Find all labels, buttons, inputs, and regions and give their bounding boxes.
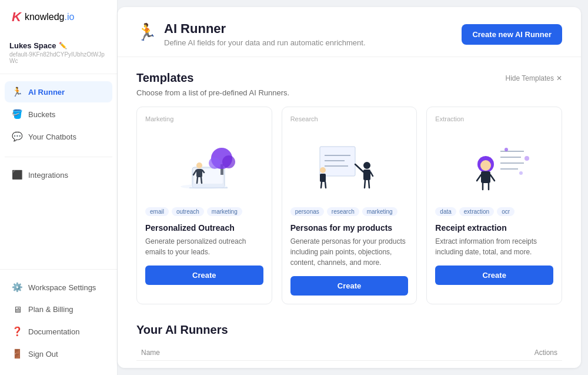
svg-line-24 [365, 180, 365, 188]
documentation-icon: ❓ [12, 326, 22, 337]
card-desc-research: Generate personas for your products incl… [282, 236, 417, 276]
card-tags-marketing: email outreach marketing [137, 203, 272, 221]
runners-title: Your AI Runners [136, 323, 562, 337]
sidebar-item-sign-out[interactable]: 🚪 Sign Out [5, 343, 112, 364]
card-category-marketing: Marketing [137, 107, 272, 126]
templates-header: Templates Hide Templates ✕ [136, 71, 562, 85]
runner-name-cell: 20 prompts rewritten [136, 361, 455, 369]
edit-workspace-icon[interactable]: ✏️ [59, 42, 67, 49]
svg-point-7 [196, 162, 202, 168]
templates-title: Templates [136, 71, 193, 85]
svg-line-23 [370, 172, 373, 176]
logo-k: K [12, 9, 21, 25]
tag-extraction: extraction [459, 207, 494, 216]
hide-templates-button[interactable]: Hide Templates ✕ [506, 74, 563, 82]
sidebar-item-ai-runner-label: AI Runner [28, 88, 65, 97]
sign-out-icon: 🚪 [12, 349, 22, 359]
sidebar-item-chatbots-label: Your Chatbots [28, 132, 76, 141]
template-cards: Marketing [136, 107, 562, 304]
sidebar-bottom: ⚙️ Workspace Settings 🖥 Plan & Billing ❓… [0, 269, 117, 375]
table-header-row: Name Actions [136, 345, 562, 361]
sidebar-item-buckets-label: Buckets [28, 110, 55, 119]
svg-point-20 [363, 162, 370, 169]
runners-section: Your AI Runners Name Actions 20 prompts … [118, 318, 581, 368]
card-tags-extraction: data extraction ocr [427, 203, 562, 221]
svg-line-22 [355, 164, 363, 172]
integrations-icon: ⬛ [12, 170, 22, 180]
logo-text: knowledg.io [25, 12, 75, 22]
card-title-extraction: Receipt extraction [427, 221, 562, 236]
templates-section: Templates Hide Templates ✕ Choose from a… [118, 57, 581, 318]
sign-out-label: Sign Out [28, 350, 58, 359]
plan-billing-icon: 🖥 [12, 304, 22, 314]
svg-line-27 [325, 182, 326, 188]
svg-point-18 [320, 167, 326, 173]
template-card-marketing: Marketing [136, 107, 272, 304]
tag-outreach: outreach [172, 207, 204, 216]
svg-line-26 [321, 182, 322, 188]
card-desc-extraction: Extract information from receipts includ… [427, 236, 562, 266]
card-category-extraction: Extraction [427, 107, 562, 126]
card-tags-research: personas research marketing [282, 203, 417, 221]
tag-marketing: marketing [207, 207, 242, 216]
svg-rect-19 [320, 174, 326, 182]
page-title-group: AI Runner Define AI fields for your data… [164, 21, 366, 47]
workspace-name: Lukes Space ✏️ [9, 41, 108, 50]
sidebar-item-integrations-label: Integrations [28, 171, 68, 180]
workspace-id: default-9KFn82hdCYPyIUbhzOtWJpWc [9, 51, 108, 64]
page-header-left: 🏃 AI Runner Define AI fields for your da… [136, 21, 366, 47]
card-create-button-research[interactable]: Create [290, 276, 409, 296]
nav-section: 🏃 AI Runner 🪣 Buckets 💬 Your Chatbots ⬛ … [0, 74, 117, 269]
svg-point-36 [480, 160, 491, 171]
page-title: AI Runner [164, 21, 366, 36]
close-icon: ✕ [556, 74, 562, 82]
card-title-research: Personas for my products [282, 221, 417, 236]
plan-billing-label: Plan & Billing [28, 305, 74, 314]
workspace-section: Lukes Space ✏️ default-9KFn82hdCYPyIUbhz… [0, 34, 117, 74]
template-card-research: Research [282, 107, 417, 304]
chatbots-icon: 💬 [12, 131, 22, 142]
svg-point-5 [209, 157, 220, 169]
svg-point-32 [505, 148, 508, 151]
card-create-button-marketing[interactable]: Create [145, 266, 263, 285]
buckets-icon: 🪣 [12, 109, 22, 120]
sidebar-item-integrations[interactable]: ⬛ Integrations [5, 164, 112, 185]
card-title-marketing: Personalized Outreach [137, 221, 272, 236]
page-subtitle: Define AI fields for your data and run a… [164, 38, 366, 47]
tag-personas: personas [290, 207, 324, 216]
runner-icon: 🏃 [12, 87, 22, 97]
documentation-label: Documentation [28, 327, 79, 336]
svg-line-25 [369, 180, 369, 188]
sidebar-item-buckets[interactable]: 🪣 Buckets [5, 104, 112, 125]
svg-line-12 [201, 177, 202, 183]
svg-rect-37 [481, 171, 490, 183]
sidebar-item-ai-runner[interactable]: 🏃 AI Runner [5, 81, 112, 102]
create-new-ai-runner-button[interactable]: Create new AI Runner [462, 24, 562, 45]
table-row: 20 prompts rewritten Delete [136, 361, 562, 369]
svg-rect-8 [196, 169, 202, 177]
sidebar: K knowledg.io Lukes Space ✏️ default-9KF… [0, 0, 118, 375]
tag-ocr: ocr [497, 207, 514, 216]
sidebar-item-workspace-settings[interactable]: ⚙️ Workspace Settings [5, 277, 112, 298]
card-illustration-extraction [427, 126, 562, 203]
tag-marketing2: marketing [362, 207, 397, 216]
svg-point-33 [524, 156, 529, 161]
card-illustration-research [282, 126, 417, 203]
page-runner-icon: 🏃 [136, 22, 157, 42]
tag-email: email [145, 207, 169, 216]
svg-line-39 [490, 175, 495, 181]
runners-table: Name Actions 20 prompts rewritten Delete… [136, 345, 562, 368]
sidebar-item-documentation[interactable]: ❓ Documentation [5, 321, 112, 342]
main-content: 🏃 AI Runner Define AI fields for your da… [118, 7, 581, 368]
svg-point-6 [222, 155, 235, 168]
sidebar-item-plan-billing[interactable]: 🖥 Plan & Billing [5, 299, 112, 320]
card-desc-marketing: Generate personalized outreach emails to… [137, 236, 272, 266]
sidebar-item-chatbots[interactable]: 💬 Your Chatbots [5, 126, 112, 147]
page-header: 🏃 AI Runner Define AI fields for your da… [118, 7, 581, 57]
tag-research: research [327, 207, 359, 216]
workspace-settings-label: Workspace Settings [28, 283, 96, 292]
logo: K knowledg.io [0, 0, 117, 34]
svg-point-13 [181, 184, 228, 189]
card-illustration-marketing [137, 126, 272, 203]
card-create-button-extraction[interactable]: Create [435, 266, 553, 285]
